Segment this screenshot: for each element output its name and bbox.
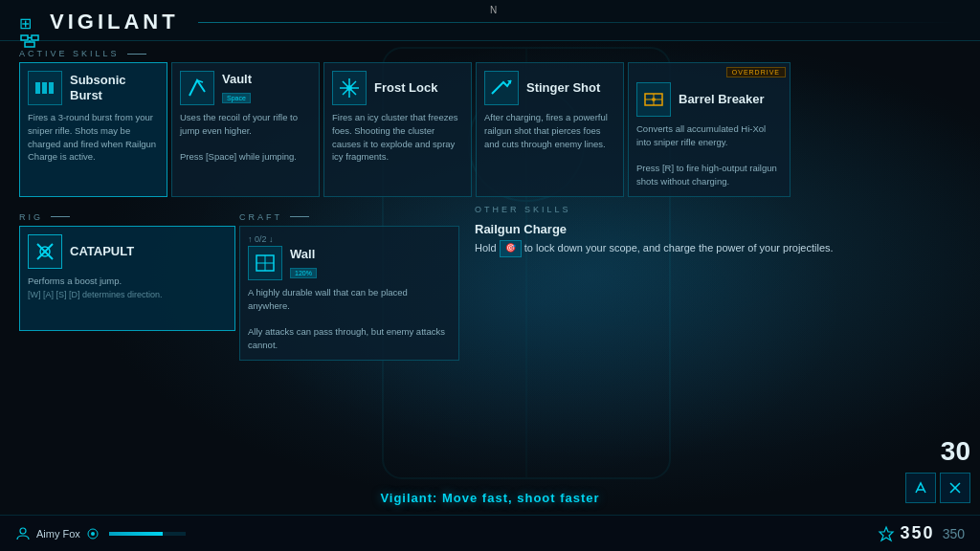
skill-vault[interactable]: Vault Space Uses the recoil of your rifl… bbox=[171, 62, 320, 197]
player-name-text: Aimy Fox bbox=[36, 528, 80, 540]
craft-label: CRAFT bbox=[239, 205, 459, 226]
north-indicator: N bbox=[490, 5, 499, 15]
skill-subsonic-burst[interactable]: Subsonic Burst Fires a 3-round burst fro… bbox=[19, 62, 167, 197]
svg-rect-4 bbox=[32, 35, 38, 40]
craft-section: CRAFT ↑ 0/2 ↓ Wall 120 bbox=[239, 205, 459, 361]
player-level-bar bbox=[109, 532, 186, 536]
vault-tag: Space bbox=[222, 93, 251, 103]
vault-desc: Uses the recoil of your rifle to jump ev… bbox=[180, 111, 311, 164]
skill-wall[interactable]: ↑ 0/2 ↓ Wall 120% bbox=[239, 226, 459, 361]
svg-rect-8 bbox=[35, 82, 40, 94]
player-level-fill bbox=[109, 532, 163, 536]
skill-frost-lock[interactable]: Frost Lock Fires an icy cluster that fre… bbox=[323, 62, 472, 197]
frost-lock-name: Frost Lock bbox=[374, 80, 437, 96]
right-icon-2[interactable] bbox=[940, 473, 970, 503]
passive-skill-name: Railgun Charge bbox=[475, 222, 946, 236]
barrel-breaker-name: Barrel Breaker bbox=[679, 92, 765, 107]
vault-icon bbox=[180, 71, 214, 105]
rig-label: RIG bbox=[19, 205, 239, 226]
currency-alt: 350 bbox=[943, 526, 965, 541]
skill-stinger-shot[interactable]: Stinger Shot After charging, fires a pow… bbox=[476, 62, 624, 197]
svg-rect-3 bbox=[21, 35, 28, 40]
svg-point-33 bbox=[91, 532, 95, 536]
wall-name: Wall bbox=[290, 247, 317, 262]
stinger-shot-name: Stinger Shot bbox=[526, 80, 600, 96]
currency-value: 350 bbox=[901, 523, 935, 543]
wall-icon bbox=[248, 246, 282, 280]
catapult-icon bbox=[28, 234, 62, 269]
wall-desc: A highly durable wall that can be placed… bbox=[248, 286, 451, 352]
player-icon bbox=[15, 526, 31, 541]
passive-skill-desc: Hold 🎯 to lock down your scope, and char… bbox=[475, 240, 946, 257]
svg-rect-6 bbox=[25, 42, 34, 47]
skills-grid: Subsonic Burst Fires a 3-round burst fro… bbox=[19, 62, 961, 197]
bottom-section: RIG CATAPULT bbox=[19, 205, 961, 361]
vigilant-icon bbox=[19, 14, 40, 30]
subsonic-burst-desc: Fires a 3-round burst from your sniper r… bbox=[28, 111, 159, 164]
rig-section: RIG CATAPULT bbox=[19, 205, 239, 361]
svg-point-31 bbox=[20, 528, 26, 534]
passive-key: 🎯 bbox=[500, 240, 522, 257]
barrel-breaker-desc: Converts all accumulated Hi-Xol into sni… bbox=[636, 122, 782, 188]
wall-tag: 120% bbox=[290, 268, 317, 278]
player-info: Aimy Fox bbox=[15, 526, 186, 541]
subsonic-burst-name: Subsonic Burst bbox=[70, 73, 159, 102]
main-content: ACTIVE SKILLS Subsonic Burst bbox=[0, 41, 980, 361]
stinger-shot-desc: After charging, fires a powerful railgun… bbox=[484, 111, 615, 150]
barrel-breaker-icon bbox=[636, 82, 671, 117]
svg-rect-9 bbox=[42, 82, 47, 94]
svg-rect-10 bbox=[49, 82, 54, 94]
other-skills-panel: OTHER SKILLS Railgun Charge Hold 🎯 to lo… bbox=[459, 205, 961, 361]
svg-marker-34 bbox=[880, 527, 893, 540]
svg-point-16 bbox=[346, 85, 352, 91]
currency-display: 350 350 bbox=[878, 523, 965, 543]
wall-slot-count: ↑ 0/2 ↓ bbox=[248, 234, 451, 244]
subsonic-burst-icon bbox=[28, 71, 62, 105]
right-icon-1[interactable] bbox=[905, 473, 936, 503]
overdrive-label: OVERDRIVE bbox=[726, 67, 786, 77]
stinger-shot-icon bbox=[484, 71, 519, 105]
page-title: VIGILANT bbox=[50, 10, 179, 34]
other-skills-label: OTHER SKILLS bbox=[475, 205, 946, 214]
skill-catapult[interactable]: CATAPULT Performs a boost jump. [W] [A] … bbox=[19, 226, 235, 331]
right-counter: 30 bbox=[941, 436, 970, 467]
player-status-icon bbox=[86, 527, 100, 540]
frost-lock-icon bbox=[332, 71, 367, 105]
bottom-bar: Aimy Fox 350 350 bbox=[0, 515, 980, 551]
vault-name: Vault bbox=[222, 72, 252, 87]
currency-icon bbox=[878, 525, 895, 542]
right-icon-buttons bbox=[905, 473, 970, 503]
active-skills-label: ACTIVE SKILLS bbox=[19, 41, 961, 62]
header-divider bbox=[198, 22, 961, 23]
catapult-desc: Performs a boost jump. [W] [A] [S] [D] d… bbox=[28, 275, 227, 301]
vigilant-motto: Vigilant: Move fast, shoot faster bbox=[380, 491, 599, 505]
skill-barrel-breaker[interactable]: OVERDRIVE Barrel Breaker bbox=[628, 62, 791, 197]
frost-lock-desc: Fires an icy cluster that freezes foes. … bbox=[332, 111, 463, 164]
svg-point-21 bbox=[652, 98, 656, 101]
right-ui: 30 bbox=[905, 436, 970, 503]
catapult-name: CATAPULT bbox=[70, 244, 134, 259]
